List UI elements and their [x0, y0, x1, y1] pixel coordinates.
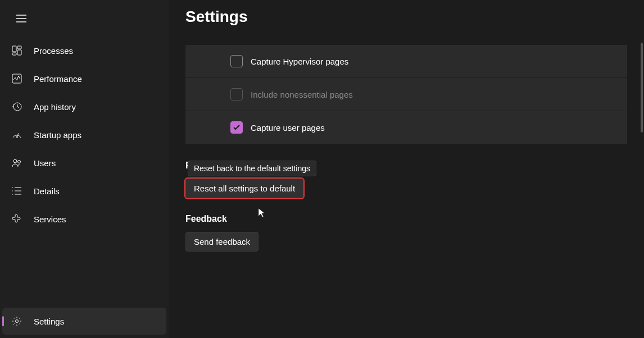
reset-all-button[interactable]: Reset all settings to default — [185, 179, 303, 198]
option-label: Include nonessential pages — [251, 90, 353, 99]
option-label: Capture Hypervisor pages — [251, 57, 348, 66]
sidebar-item-services[interactable]: Services — [2, 205, 166, 232]
svg-rect-0 — [12, 46, 16, 52]
svg-point-7 — [13, 159, 17, 163]
reset-tooltip: Reset back to the default settings — [188, 161, 316, 176]
reset-settings-section: Reset settings Reset back to the default… — [185, 161, 627, 198]
sidebar-item-performance[interactable]: Performance — [2, 65, 166, 92]
option-label: Capture user pages — [251, 123, 325, 133]
sidebar-bottom: Settings — [0, 308, 169, 338]
checkbox-checked[interactable] — [230, 121, 243, 134]
send-feedback-button[interactable]: Send feedback — [185, 232, 258, 252]
checkbox-unchecked[interactable] — [230, 55, 243, 67]
sidebar-item-label: App history — [34, 102, 76, 112]
svg-rect-1 — [17, 46, 21, 49]
checkbox-disabled — [230, 88, 243, 101]
sidebar-item-label: Startup apps — [34, 130, 81, 140]
grid-icon — [11, 45, 22, 56]
users-icon — [11, 157, 22, 168]
checkmark-icon — [233, 124, 241, 131]
svg-point-6 — [16, 136, 18, 138]
option-capture-user-pages[interactable]: Capture user pages — [185, 111, 627, 144]
svg-point-8 — [18, 161, 21, 163]
main-content: Settings Capture Hypervisor pages Includ… — [169, 0, 644, 338]
page-title: Settings — [185, 8, 627, 26]
capture-options-block: Capture Hypervisor pages Include nonesse… — [185, 45, 627, 144]
sidebar: Processes Performance App history Startu… — [0, 0, 169, 338]
list-icon — [11, 185, 22, 197]
puzzle-icon — [11, 213, 22, 225]
sidebar-item-label: Services — [34, 214, 66, 224]
sidebar-item-label: Users — [34, 158, 56, 168]
nav-list: Processes Performance App history Startu… — [0, 37, 169, 308]
sidebar-item-startup-apps[interactable]: Startup apps — [2, 121, 166, 148]
hamburger-menu-button[interactable] — [10, 10, 33, 27]
sidebar-item-label: Processes — [34, 46, 73, 56]
sidebar-item-users[interactable]: Users — [2, 149, 166, 176]
sidebar-item-details[interactable]: Details — [2, 177, 166, 204]
sidebar-item-settings[interactable]: Settings — [2, 308, 166, 335]
sidebar-item-app-history[interactable]: App history — [2, 93, 166, 120]
gauge-icon — [11, 129, 22, 140]
sidebar-item-processes[interactable]: Processes — [2, 37, 166, 64]
sidebar-item-label: Settings — [34, 317, 64, 326]
history-icon — [11, 101, 22, 112]
sidebar-item-label: Performance — [34, 74, 82, 84]
option-capture-hypervisor[interactable]: Capture Hypervisor pages — [185, 45, 627, 78]
svg-point-9 — [16, 320, 19, 323]
svg-rect-3 — [12, 53, 16, 55]
svg-rect-2 — [17, 50, 21, 55]
feedback-section: Feedback Send feedback — [185, 214, 627, 252]
hamburger-icon — [16, 15, 26, 22]
scrollbar-thumb[interactable] — [641, 43, 643, 133]
sidebar-item-label: Details — [34, 186, 60, 196]
feedback-heading: Feedback — [185, 214, 627, 224]
option-include-nonessential: Include nonessential pages — [185, 78, 627, 111]
activity-icon — [11, 73, 22, 84]
gear-icon — [11, 316, 22, 327]
